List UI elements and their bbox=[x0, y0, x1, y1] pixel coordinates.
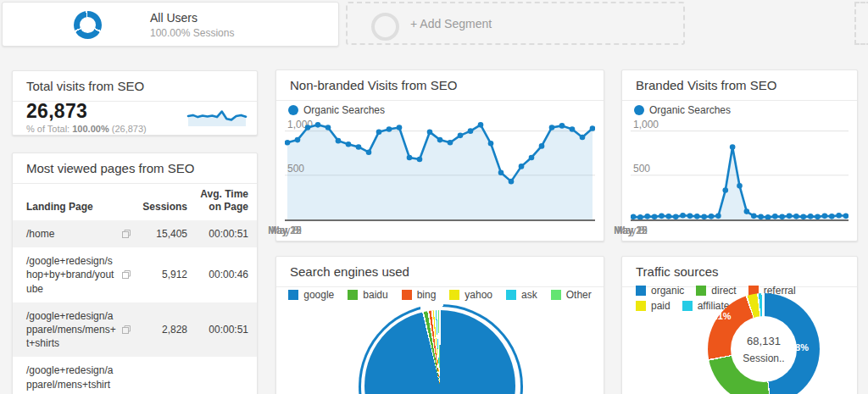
percent-total: (26,873) bbox=[112, 124, 147, 134]
landing-page-text[interactable]: /google+redesign/apparel/mens+tshirts/go… bbox=[26, 364, 114, 394]
avg-time-cell: 00:00:37 bbox=[191, 357, 257, 394]
segment-title: All Users bbox=[150, 11, 234, 25]
total-visits-value: 26,873 bbox=[26, 100, 87, 123]
sessions-cell: 15,405 bbox=[135, 220, 191, 247]
legend-swatch-icon bbox=[696, 286, 706, 296]
legend-swatch-icon bbox=[551, 290, 561, 300]
open-page-icon bbox=[121, 229, 131, 239]
legend-swatch-icon bbox=[506, 290, 516, 300]
legend-item: baidu bbox=[348, 289, 387, 301]
legend-swatch-icon bbox=[402, 290, 412, 300]
column-header-avg-time: Avg. Time on Page bbox=[191, 181, 257, 220]
legend-swatch-icon bbox=[288, 290, 298, 300]
landing-page-cell: /home bbox=[13, 220, 135, 247]
svg-text:500: 500 bbox=[287, 163, 304, 175]
x-axis-label: May 29 bbox=[614, 225, 647, 236]
segment-donut-icon bbox=[74, 11, 102, 39]
slice-label-organic: 48% bbox=[790, 342, 809, 352]
legend-label: bing bbox=[417, 289, 437, 301]
legend-label: google bbox=[303, 289, 334, 301]
segment-subtitle: 100.00% Sessions bbox=[150, 27, 234, 39]
legend-label: baidu bbox=[363, 289, 387, 301]
svg-text:500: 500 bbox=[633, 163, 650, 175]
table-row: /google+redesign/apparel/mens/mens+t+shi… bbox=[13, 302, 257, 358]
legend-swatch-icon bbox=[288, 105, 298, 115]
percent-prefix: % of Total: bbox=[26, 124, 70, 134]
card-title: Total visits from SEO bbox=[13, 71, 257, 102]
nonbranded-line-chart[interactable]: 1,000500 bbox=[285, 118, 595, 221]
landing-page-cell: /google+redesign/apparel/mens+tshirts/go… bbox=[13, 357, 135, 394]
open-page-icon bbox=[121, 269, 131, 280]
open-page-icon-button[interactable] bbox=[121, 325, 131, 335]
pages-table: Landing Page Sessions Avg. Time on Page … bbox=[13, 181, 257, 394]
card-branded-visits: Branded Visits from SEO Organic Searches… bbox=[621, 69, 858, 241]
legend-item: Organic Searches bbox=[634, 104, 731, 116]
segment-slot-partial bbox=[854, 2, 868, 45]
legend-swatch-icon bbox=[449, 290, 459, 300]
pages-table-body: /home15,40500:00:51/google+redesign/shop… bbox=[13, 220, 257, 394]
percent-of-total: % of Total: 100.00% (26,873) bbox=[26, 124, 147, 134]
add-segment-button[interactable]: + Add Segment bbox=[346, 2, 685, 45]
sparkline-chart[interactable] bbox=[186, 106, 248, 128]
analytics-dashboard: All Users 100.00% Sessions + Add Segment… bbox=[0, 0, 868, 394]
chart-legend: Organic Searches bbox=[634, 103, 744, 119]
empty-segment-icon bbox=[371, 13, 399, 41]
legend-label: Organic Searches bbox=[303, 104, 385, 116]
landing-page-text[interactable]: /home bbox=[26, 228, 54, 240]
landing-page-text[interactable]: /google+redesign/apparel/mens/mens+t+shi… bbox=[26, 310, 116, 349]
slice-label-referral: 23.1% bbox=[704, 311, 731, 321]
legend-swatch-icon bbox=[682, 301, 693, 311]
avg-time-cell: 00:00:46 bbox=[191, 247, 257, 302]
legend-item: bing bbox=[402, 289, 437, 301]
segment-donut-hole bbox=[80, 17, 96, 33]
table-header-row: Landing Page Sessions Avg. Time on Page bbox=[13, 181, 257, 220]
segment-text: All Users 100.00% Sessions bbox=[150, 11, 234, 39]
card-search-engines: Search engines used googlebaidubingyahoo… bbox=[275, 256, 604, 394]
open-page-icon bbox=[121, 325, 131, 335]
avg-time-cell: 00:00:51 bbox=[191, 302, 257, 358]
legend-swatch-icon bbox=[348, 290, 358, 300]
donut-center-label: Session.. bbox=[743, 352, 784, 364]
card-title: Non-branded Visits from SEO bbox=[276, 70, 604, 101]
landing-page-cell: /google+redesign/shop+by+brand/youtube bbox=[13, 247, 135, 302]
legend-item: organic bbox=[636, 285, 684, 297]
donut-center-value: 68,131 bbox=[747, 335, 781, 347]
legend-item: paid bbox=[636, 300, 670, 312]
card-nonbranded-visits: Non-branded Visits from SEO Organic Sear… bbox=[275, 69, 604, 241]
segment-chip-all-users[interactable]: All Users 100.00% Sessions bbox=[2, 2, 339, 47]
landing-page-cell: /google+redesign/apparel/mens/mens+t+shi… bbox=[13, 302, 135, 358]
card-title: Traffic sources bbox=[622, 257, 857, 287]
percent-value: 100.00% bbox=[72, 124, 108, 134]
legend-item: ask bbox=[506, 289, 537, 301]
column-header-sessions: Sessions bbox=[135, 181, 191, 220]
card-title: Search engines used bbox=[276, 257, 604, 287]
legend-item: yahoo bbox=[449, 289, 492, 301]
legend-swatch-icon bbox=[636, 286, 646, 296]
x-axis-label: May 29 bbox=[268, 225, 301, 236]
branded-line-chart[interactable]: 1,000500 bbox=[631, 118, 849, 221]
column-header-landing-page: Landing Page bbox=[13, 181, 135, 220]
table-row: /home15,40500:00:51 bbox=[13, 220, 257, 247]
add-segment-label: + Add Segment bbox=[410, 17, 492, 31]
card-title: Branded Visits from SEO bbox=[622, 70, 857, 101]
table-row: /google+redesign/apparel/mens+tshirts/go… bbox=[13, 357, 257, 394]
landing-page-text[interactable]: /google+redesign/shop+by+brand/youtube bbox=[26, 255, 114, 294]
legend-item: google bbox=[288, 289, 334, 301]
legend-item: Organic Searches bbox=[288, 104, 385, 116]
legend-label: paid bbox=[651, 300, 670, 312]
open-page-icon-button[interactable] bbox=[121, 229, 131, 239]
sessions-cell: 906 bbox=[135, 357, 191, 394]
open-page-icon-button[interactable] bbox=[121, 269, 131, 280]
sessions-cell: 2,828 bbox=[135, 302, 191, 358]
card-most-viewed-pages: Most viewed pages from SEO Landing Page … bbox=[12, 153, 258, 394]
card-title: Most viewed pages from SEO bbox=[13, 153, 257, 184]
chart-legend: googlebaidubingyahooaskOther bbox=[276, 288, 604, 303]
legend-label: Other bbox=[566, 289, 592, 301]
avg-time-cell: 00:00:51 bbox=[191, 220, 257, 247]
legend-label: organic bbox=[651, 285, 684, 297]
chart-legend: Organic Searches bbox=[288, 103, 398, 119]
donut-center: 68,131 Session.. bbox=[731, 316, 797, 382]
table-row: /google+redesign/shop+by+brand/youtube5,… bbox=[13, 247, 257, 302]
legend-label: Organic Searches bbox=[649, 104, 731, 116]
legend-label: direct bbox=[711, 285, 736, 297]
